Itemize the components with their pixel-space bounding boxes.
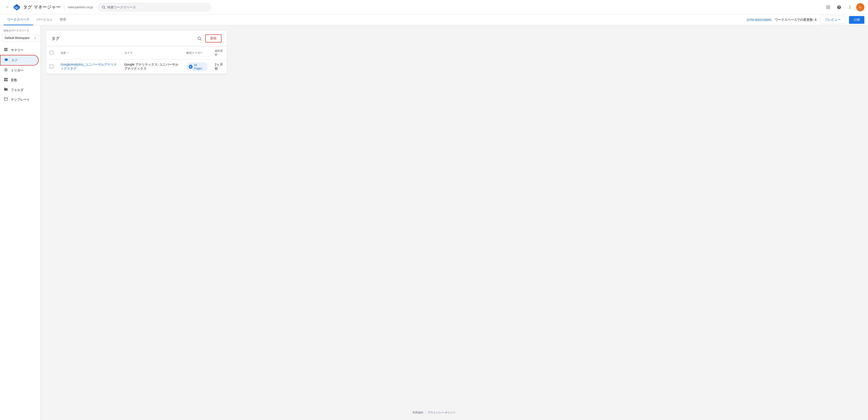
new-tag-button[interactable]: 新規 (205, 34, 221, 42)
svg-rect-8 (828, 5, 829, 6)
search-bar[interactable] (98, 3, 211, 12)
table-row: GoogleAnalytics_ユニバーサルアナリティクスタグ Google ア… (46, 60, 227, 74)
sidebar: 現在のワークスペース Default Workspace › サマリー タグ ト… (0, 25, 41, 420)
tab-admin[interactable]: 管理 (56, 14, 70, 25)
sidebar-workspace-label: 現在のワークスペース (0, 29, 40, 34)
svg-text:G: G (16, 6, 18, 9)
tags-card: タグ 新規 (46, 31, 227, 74)
tab-workspace[interactable]: ワークスペース (4, 14, 33, 25)
privacy-link[interactable]: プライバシー ポリシー (428, 411, 456, 414)
column-checkbox (46, 46, 57, 60)
select-all-checkbox[interactable] (50, 51, 53, 55)
svg-point-34 (190, 66, 191, 67)
publish-button[interactable]: 公開 (849, 16, 864, 24)
app-name: タグ マネージャー (23, 4, 61, 10)
workspace-selector[interactable]: Default Workspace › (2, 34, 39, 41)
svg-rect-22 (6, 50, 7, 51)
main-layout: 現在のワークスペース Default Workspace › サマリー タグ ト… (0, 25, 868, 420)
tags-table: 名前 ↑ タイプ 配信トリガー 最終更新 (46, 46, 227, 74)
svg-rect-7 (827, 5, 827, 6)
row-trigger: All Pages (183, 60, 211, 74)
trigger-badge[interactable]: All Pages (186, 62, 208, 71)
sidebar-item-triggers[interactable]: トリガー (0, 65, 39, 75)
app-logo: G タグ マネージャー (13, 3, 61, 11)
gtm-id[interactable]: GTM-W9XVNWN (747, 18, 772, 22)
svg-rect-11 (828, 7, 829, 7)
svg-point-18 (849, 8, 850, 9)
tags-header-actions: 新規 (195, 34, 221, 42)
tab-versions[interactable]: バージョン (33, 14, 56, 25)
search-icon (197, 36, 202, 41)
column-last-updated: 最終更新 (211, 46, 227, 60)
avatar[interactable]: U (856, 3, 864, 11)
column-type: タイプ (121, 46, 183, 60)
column-trigger: 配信トリガー (183, 46, 211, 60)
svg-line-32 (200, 39, 202, 40)
sidebar-item-variables[interactable]: 変数 (0, 75, 39, 85)
sidebar-item-label-triggers: トリガー (11, 68, 24, 72)
svg-rect-20 (6, 48, 7, 49)
main-content: タグ 新規 (41, 25, 868, 420)
search-input[interactable] (107, 5, 208, 9)
preview-button[interactable]: プレビュー (820, 16, 845, 24)
account-name[interactable]: www.partners.co.jp (68, 5, 93, 9)
svg-rect-29 (4, 97, 7, 100)
row-type: Google アナリティクス: ユニバーサル アナリティクス (121, 60, 183, 74)
more-options-button[interactable] (845, 3, 855, 12)
help-button[interactable] (835, 3, 844, 12)
svg-rect-19 (4, 48, 6, 49)
footer-separator: ・ (424, 411, 427, 414)
svg-point-17 (849, 7, 850, 7)
topbar: ← G タグ マネージャー www.partners.co.jp U (0, 0, 868, 14)
sidebar-item-folders[interactable]: フォルダ (0, 85, 39, 95)
tags-title: タグ (52, 36, 60, 41)
svg-rect-27 (4, 80, 6, 81)
footer: 利用規約 ・ プライバシー ポリシー (0, 405, 868, 420)
svg-rect-12 (829, 7, 830, 7)
gtm-logo-icon: G (13, 3, 21, 11)
svg-rect-13 (827, 8, 827, 9)
tags-icon (4, 58, 8, 63)
svg-line-6 (104, 8, 105, 9)
row-checkbox-cell (46, 60, 57, 74)
nav-tabs: ワークスペース バージョン 管理 GTM-W9XVNWN ワークスペースでの変更… (0, 14, 868, 25)
triggers-icon (4, 68, 8, 73)
apps-button[interactable] (824, 3, 833, 12)
svg-rect-21 (4, 50, 6, 51)
sidebar-item-label-templates: テンプレート (11, 98, 30, 102)
templates-icon (4, 97, 8, 102)
svg-point-16 (849, 5, 850, 6)
sidebar-item-label-folders: フォルダ (11, 88, 24, 92)
nav-right: GTM-W9XVNWN ワークスペースでの変更数: 4 プレビュー 公開 (747, 16, 864, 24)
tag-search-button[interactable] (195, 34, 204, 42)
row-checkbox[interactable] (50, 65, 53, 68)
svg-rect-15 (829, 8, 830, 9)
column-name[interactable]: 名前 ↑ (57, 46, 121, 60)
workspace-changes: ワークスペースでの変更数: 4 (775, 18, 816, 22)
svg-rect-26 (6, 78, 8, 80)
table-header-row: 名前 ↑ タイプ 配信トリガー 最終更新 (46, 46, 227, 60)
folders-icon (4, 87, 8, 92)
sidebar-item-label-tags: タグ (11, 58, 18, 62)
terms-link[interactable]: 利用規約 (412, 411, 423, 414)
variables-icon (4, 78, 8, 83)
svg-rect-10 (827, 7, 827, 7)
trigger-label: All Pages (194, 63, 205, 70)
summary-icon (4, 48, 8, 53)
tag-name-link[interactable]: GoogleAnalytics_ユニバーサルアナリティクスタグ (61, 63, 117, 70)
topbar-right: U (824, 3, 864, 12)
chevron-right-icon: › (35, 36, 36, 39)
row-name: GoogleAnalytics_ユニバーサルアナリティクスタグ (57, 60, 121, 74)
search-icon (102, 5, 105, 9)
sidebar-item-tags[interactable]: タグ (0, 55, 39, 65)
svg-rect-9 (829, 5, 830, 6)
row-last-updated: 2ヶ月前 (211, 60, 227, 74)
back-button[interactable]: ← (4, 3, 12, 11)
workspace-name: Default Workspace (5, 36, 30, 39)
sidebar-item-label-summary: サマリー (11, 48, 24, 52)
svg-rect-28 (6, 80, 8, 81)
svg-point-24 (5, 69, 6, 70)
sidebar-item-summary[interactable]: サマリー (0, 45, 39, 55)
tags-card-header: タグ 新規 (46, 31, 227, 46)
sidebar-item-templates[interactable]: テンプレート (0, 95, 39, 104)
